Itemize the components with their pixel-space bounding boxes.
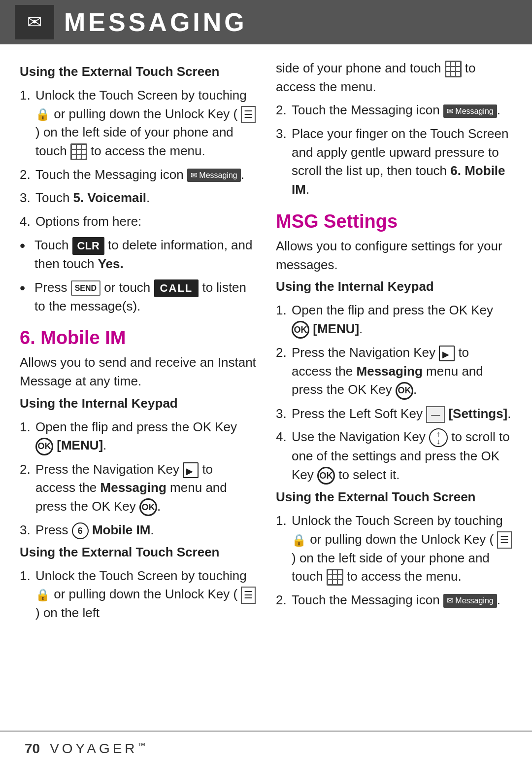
ok-key-icon-3: OK <box>292 321 309 339</box>
msg-settings-title: MSG Settings <box>276 211 512 232</box>
ok-key-icon-5: OK <box>317 467 335 485</box>
lock-icon-2: 🔒 <box>35 587 50 604</box>
list-item: 2. Touch the Messaging icon ✉ Messaging. <box>20 166 256 184</box>
grid-icon-2 <box>445 61 462 77</box>
main-content: Using the External Touch Screen 1. Unloc… <box>0 44 532 637</box>
messaging-icon-small-3: ✉ Messaging <box>443 594 497 607</box>
number-6-icon: 6 <box>72 522 89 539</box>
unlock-key-icon-2: ☰ <box>241 587 256 604</box>
list-item: 2. Touch the Messaging icon ✉ Messaging. <box>276 591 512 610</box>
list-item: 1. Open the flip and press the OK Key OK… <box>276 301 512 339</box>
ok-key-icon: OK <box>35 438 53 455</box>
header-icon-box: ✉ <box>15 5 54 39</box>
grid-icon-3 <box>327 569 343 586</box>
list-item: 3. Touch 5. Voicemail. <box>20 189 256 208</box>
list-item: 2. Press the Navigation Key to access th… <box>276 344 512 400</box>
list-item: 2. Press the Navigation Key to access th… <box>20 460 256 517</box>
msg-settings-external-heading: Using the External Touch Screen <box>276 489 512 505</box>
page-footer: 70 VOYAGER™ <box>0 730 532 765</box>
envelope-icon: ✉ <box>27 12 42 33</box>
nav-right-icon <box>183 462 199 478</box>
list-item: 4. Options from here: <box>20 212 256 231</box>
msg-settings-internal-heading: Using the Internal Keypad <box>276 279 512 294</box>
mobile-im-title: 6. Mobile IM <box>20 327 256 348</box>
list-item: 3. Press the Left Soft Key — [Settings]. <box>276 405 512 423</box>
page-title: MESSAGING <box>64 7 247 37</box>
lock-icon-3: 🔒 <box>292 532 306 549</box>
mobile-im-para: Allows you to send and receive an Instan… <box>20 353 256 390</box>
page-header: ✉ MESSAGING <box>0 0 532 44</box>
right-column: side of your phone and touch to access t… <box>276 59 512 627</box>
unlock-key-icon-3: ☰ <box>497 531 512 549</box>
list-item: • Press SEND or touch CALL to listen to … <box>20 278 256 316</box>
mobile-im-internal-list: 1. Open the flip and press the OK Key OK… <box>20 418 256 540</box>
mobile-im-external-heading: Using the External Touch Screen <box>20 545 256 560</box>
section-external-touch-voicemail-heading: Using the External Touch Screen <box>20 64 256 79</box>
messaging-icon-small: ✉ Messaging <box>187 169 241 182</box>
left-column: Using the External Touch Screen 1. Unloc… <box>20 59 256 627</box>
brand-name: VOYAGER™ <box>50 741 148 757</box>
mobile-im-external-cont-list: side of your phone and touch to access t… <box>276 59 512 199</box>
list-item: 1. Unlock the Touch Screen by touching 🔒… <box>276 512 512 586</box>
trademark-symbol: ™ <box>138 741 149 749</box>
list-item: 3. Press 6 Mobile IM. <box>20 521 256 540</box>
clr-button-icon: CLR <box>72 237 104 255</box>
call-button-icon: CALL <box>154 279 199 297</box>
list-item: 4. Use the Navigation Key to scroll to o… <box>276 428 512 485</box>
ok-key-icon-2: OK <box>139 498 157 516</box>
list-item: 1. Unlock the Touch Screen by touching 🔒… <box>20 567 256 623</box>
nav-circle-icon <box>429 428 448 447</box>
messaging-icon-small-2: ✉ Messaging <box>443 104 497 118</box>
send-icon: SEND <box>71 280 100 296</box>
mobile-im-external-list: 1. Unlock the Touch Screen by touching 🔒… <box>20 567 256 623</box>
lock-icon: 🔒 <box>35 106 50 123</box>
list-item: • Touch CLR to delete information, and t… <box>20 236 256 274</box>
page-number: 70 <box>25 741 40 757</box>
ok-key-icon-4: OK <box>396 382 413 400</box>
list-item: 2. Touch the Messaging icon ✉ Messaging. <box>276 101 512 120</box>
list-item: 3. Place your finger on the Touch Screen… <box>276 125 512 199</box>
unlock-key-icon: ☰ <box>241 106 256 123</box>
voicemail-steps-list: 1. Unlock the Touch Screen by touching 🔒… <box>20 86 256 231</box>
msg-settings-external-list: 1. Unlock the Touch Screen by touching 🔒… <box>276 512 512 609</box>
msg-settings-internal-list: 1. Open the flip and press the OK Key OK… <box>276 301 512 485</box>
grid-icon <box>70 143 87 160</box>
nav-right-icon-2 <box>439 346 455 361</box>
left-soft-key-icon: — <box>426 406 445 423</box>
mobile-im-internal-heading: Using the Internal Keypad <box>20 396 256 411</box>
list-item: side of your phone and touch to access t… <box>276 59 512 96</box>
msg-settings-para: Allows you to configure settings for you… <box>276 237 512 274</box>
list-item: 1. Open the flip and press the OK Key OK… <box>20 418 256 455</box>
list-item: 1. Unlock the Touch Screen by touching 🔒… <box>20 86 256 161</box>
options-bullet-list: • Touch CLR to delete information, and t… <box>20 236 256 316</box>
